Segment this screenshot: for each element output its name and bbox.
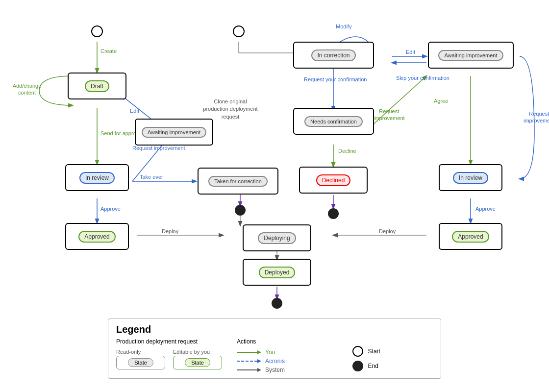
node-in-review-left: In review bbox=[65, 164, 129, 191]
label-request-improvement-right-top: Requestimprovement bbox=[374, 108, 405, 122]
node-in-review-right: In review bbox=[439, 164, 502, 191]
svg-marker-25 bbox=[257, 359, 261, 363]
legend-title: Legend bbox=[116, 324, 433, 335]
node-draft: Draft bbox=[68, 73, 126, 99]
legend-editable-label: Editable by you bbox=[173, 349, 222, 355]
in-review-right-state: In review bbox=[453, 172, 488, 184]
legend-state-readonly: State bbox=[128, 358, 153, 367]
end-dot-taken bbox=[235, 205, 246, 216]
approved-left-state: Approved bbox=[78, 231, 115, 243]
declined-state: Declined bbox=[316, 174, 351, 186]
in-correction-state: In correction bbox=[311, 49, 355, 61]
taken-for-correction-state: Taken for correction bbox=[208, 176, 268, 187]
node-approved-left: Approved bbox=[65, 223, 129, 250]
legend-readonly-label: Read-only bbox=[116, 349, 165, 355]
svg-marker-23 bbox=[257, 350, 261, 354]
needs-confirmation-state: Needs confirmation bbox=[304, 116, 363, 127]
label-take-over: Take over bbox=[140, 174, 163, 180]
node-in-correction: In correction bbox=[293, 42, 374, 69]
node-declined: Declined bbox=[299, 167, 368, 194]
draft-state: Draft bbox=[85, 80, 109, 92]
start-circle-left bbox=[91, 25, 103, 37]
legend-state-editable: State bbox=[185, 358, 210, 367]
node-deployed: Deployed bbox=[243, 259, 311, 286]
awaiting-improvement-center-state: Awaiting improvement bbox=[142, 127, 206, 138]
label-edit-left: Edit bbox=[130, 108, 139, 114]
legend-acronis-label: Acronis bbox=[265, 358, 285, 365]
label-deploy-left: Deploy bbox=[162, 228, 178, 234]
label-clone-note: Clone original production deployment req… bbox=[201, 98, 260, 121]
label-approve-right: Approve bbox=[475, 206, 496, 212]
legend-section2: Actions bbox=[237, 338, 338, 345]
node-awaiting-improvement-right: Awaiting improvement bbox=[428, 42, 514, 69]
label-edit-right: Edit bbox=[406, 49, 415, 55]
label-request-improvement-center: Request improvement bbox=[132, 145, 185, 151]
svg-marker-27 bbox=[257, 368, 261, 372]
awaiting-improvement-right-state: Awaiting improvement bbox=[438, 50, 503, 61]
node-needs-confirmation: Needs confirmation bbox=[293, 108, 374, 135]
node-approved-right: Approved bbox=[439, 223, 502, 250]
start-circle-center bbox=[233, 25, 245, 37]
end-dot-deployed bbox=[272, 298, 282, 309]
label-decline: Decline bbox=[338, 148, 356, 154]
node-deploying: Deploying bbox=[243, 224, 311, 251]
legend-you-label: You bbox=[265, 349, 275, 356]
label-skip-confirmation: Skip your confirmation bbox=[396, 74, 449, 81]
node-awaiting-improvement-center: Awaiting improvement bbox=[135, 119, 213, 146]
end-dot-declined bbox=[328, 208, 339, 219]
legend-box: Legend Production deployment request Rea… bbox=[108, 318, 441, 379]
diagram: Create Draft Add/change content Send for… bbox=[0, 0, 549, 392]
label-approve-left: Approve bbox=[100, 206, 121, 212]
label-deploy-right: Deploy bbox=[379, 228, 396, 234]
legend-start-label: Start bbox=[368, 348, 380, 355]
deployed-state: Deployed bbox=[259, 267, 296, 278]
approved-right-state: Approved bbox=[452, 231, 489, 243]
label-modify: Modify bbox=[336, 24, 351, 29]
label-request-confirmation: Request your confirmation bbox=[304, 76, 367, 83]
node-taken-for-correction: Taken for correction bbox=[198, 168, 278, 195]
label-create: Create bbox=[100, 48, 117, 54]
deploying-state: Deploying bbox=[258, 232, 296, 244]
legend-end-label: End bbox=[368, 363, 378, 369]
label-agree: Agree bbox=[434, 98, 448, 104]
legend-section1: Production deployment request bbox=[116, 338, 222, 345]
legend-system-label: System bbox=[265, 367, 285, 373]
in-review-left-state: In review bbox=[79, 172, 115, 184]
label-add-change: Add/change content bbox=[10, 82, 44, 97]
label-request-improvement-right: Request improvement bbox=[524, 110, 549, 124]
